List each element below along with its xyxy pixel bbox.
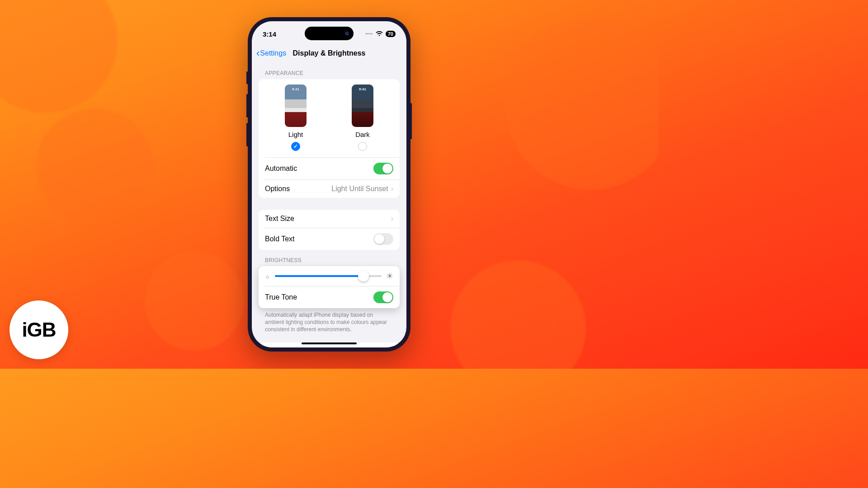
appearance-dark-option[interactable]: 9:41 Dark xyxy=(352,84,373,151)
brightness-slider-row: ☼ ☀ xyxy=(259,266,400,286)
brightness-slider[interactable] xyxy=(275,275,382,277)
chevron-right-icon: › xyxy=(391,215,393,223)
text-card: Text Size › Bold Text xyxy=(259,210,400,250)
text-size-row[interactable]: Text Size › xyxy=(259,210,400,228)
options-label: Options xyxy=(265,185,290,193)
true-tone-toggle[interactable] xyxy=(373,291,393,303)
automatic-toggle[interactable] xyxy=(373,163,393,174)
dark-label: Dark xyxy=(355,131,370,138)
automatic-label: Automatic xyxy=(265,164,297,173)
brightness-card: ☼ ☀ True Tone xyxy=(259,266,400,308)
status-time: 3:14 xyxy=(263,30,276,38)
dark-preview: 9:41 xyxy=(352,84,373,127)
dark-radio[interactable] xyxy=(358,142,367,151)
true-tone-label: True Tone xyxy=(265,293,297,301)
iphone-frame: 3:14 •••• 70 ‹ Settings Display & Bright… xyxy=(248,17,410,352)
back-label: Settings xyxy=(260,49,286,57)
true-tone-row: True Tone xyxy=(259,286,400,308)
sun-small-icon: ☼ xyxy=(265,273,270,280)
light-label: Light xyxy=(288,131,303,138)
appearance-header: APPEARANCE xyxy=(265,70,400,76)
chevron-left-icon: ‹ xyxy=(256,48,259,58)
iphone-screen: 3:14 •••• 70 ‹ Settings Display & Bright… xyxy=(252,21,406,347)
igb-logo: iGB xyxy=(9,300,68,359)
light-radio[interactable] xyxy=(291,142,300,151)
page-title: Display & Brightness xyxy=(293,49,366,57)
true-tone-footer: Automatically adapt iPhone display based… xyxy=(259,308,400,333)
options-value: Light Until Sunset xyxy=(331,185,388,193)
cellular-icon: •••• xyxy=(365,32,373,36)
appearance-card: 9:41 Light 9:41 Dark Automatic xyxy=(259,79,400,198)
dynamic-island xyxy=(305,27,354,40)
options-row[interactable]: Options Light Until Sunset› xyxy=(259,180,400,198)
wifi-icon xyxy=(376,31,383,37)
chevron-right-icon: › xyxy=(391,185,393,193)
text-size-label: Text Size xyxy=(265,215,294,223)
home-indicator[interactable] xyxy=(302,343,357,344)
appearance-light-option[interactable]: 9:41 Light xyxy=(285,84,307,151)
sun-large-icon: ☀ xyxy=(386,271,393,281)
automatic-row: Automatic xyxy=(259,158,400,179)
battery-indicator: 70 xyxy=(386,31,396,37)
bold-text-toggle[interactable] xyxy=(373,233,393,245)
nav-bar: ‹ Settings Display & Brightness xyxy=(252,44,406,63)
bold-text-row: Bold Text xyxy=(259,228,400,250)
settings-scroll[interactable]: APPEARANCE 9:41 Light 9:41 Dark xyxy=(252,63,406,347)
light-preview: 9:41 xyxy=(285,84,307,127)
back-button[interactable]: ‹ Settings xyxy=(256,48,286,58)
bold-text-label: Bold Text xyxy=(265,235,295,243)
brightness-header: BRIGHTNESS xyxy=(265,257,400,263)
